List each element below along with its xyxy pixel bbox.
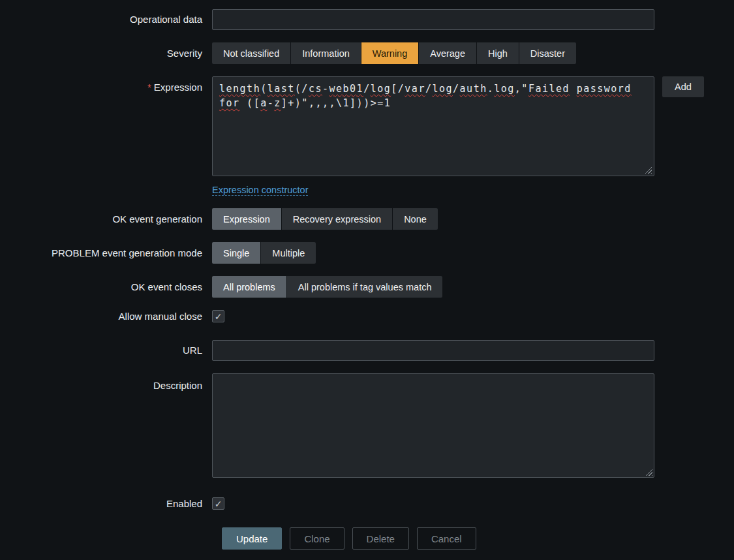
severity-option-disaster[interactable]: Disaster: [519, 42, 576, 64]
severity-option-high[interactable]: High: [477, 42, 519, 64]
expression-row: *Expression length(last(/cs-web01/log[/v…: [0, 76, 734, 196]
severity-option-not-classified[interactable]: Not classified: [212, 42, 291, 64]
resize-handle-icon[interactable]: [643, 165, 652, 174]
severity-label: Severity: [0, 42, 212, 64]
url-row: URL: [0, 340, 734, 361]
enabled-label: Enabled: [0, 497, 212, 510]
problem-event-mode-label: PROBLEM event generation mode: [0, 242, 212, 264]
allow-manual-close-checkbox[interactable]: ✓: [212, 310, 224, 322]
operational-data-label: Operational data: [0, 9, 212, 30]
severity-option-average[interactable]: Average: [419, 42, 477, 64]
checkmark-icon: ✓: [215, 499, 222, 508]
update-button[interactable]: Update: [222, 527, 282, 550]
enabled-row: Enabled ✓: [0, 497, 734, 510]
description-input[interactable]: [212, 373, 654, 478]
description-label: Description: [0, 373, 212, 480]
expression-add-button[interactable]: Add: [662, 76, 704, 97]
url-label: URL: [0, 340, 212, 361]
ok-event-closes-segmented-control: All problems All problems if tag values …: [212, 276, 442, 298]
expression-input[interactable]: length(last(/cs-web01/log[/var/log/auth.…: [212, 76, 654, 176]
problem-event-mode-option-multiple[interactable]: Multiple: [261, 242, 316, 264]
ok-event-closes-option-all-problems[interactable]: All problems: [212, 276, 287, 298]
clone-button[interactable]: Clone: [290, 527, 344, 550]
severity-option-warning[interactable]: Warning: [361, 42, 419, 64]
ok-event-closes-option-all-problems-if-tag-values-match[interactable]: All problems if tag values match: [287, 276, 443, 298]
ok-event-generation-option-expression[interactable]: Expression: [212, 208, 282, 230]
allow-manual-close-row: Allow manual close ✓: [0, 310, 734, 323]
severity-segmented-control: Not classified Information Warning Avera…: [212, 42, 576, 64]
operational-data-input[interactable]: [212, 9, 654, 30]
ok-event-generation-row: OK event generation Expression Recovery …: [0, 208, 734, 230]
operational-data-row: Operational data: [0, 9, 734, 30]
problem-event-mode-row: PROBLEM event generation mode Single Mul…: [0, 242, 734, 264]
ok-event-generation-option-recovery-expression[interactable]: Recovery expression: [282, 208, 393, 230]
cancel-button[interactable]: Cancel: [417, 527, 476, 550]
expression-label-text: Expression: [154, 82, 202, 93]
checkmark-icon: ✓: [215, 312, 222, 321]
required-marker: *: [147, 82, 151, 93]
expression-text: length(last(/cs-web01/log[/var/log/auth.…: [219, 82, 647, 110]
ok-event-generation-label: OK event generation: [0, 208, 212, 230]
trigger-config-form: Operational data Severity Not classified…: [0, 9, 734, 550]
ok-event-generation-segmented-control: Expression Recovery expression None: [212, 208, 438, 230]
severity-row: Severity Not classified Information Warn…: [0, 42, 734, 64]
form-actions: Update Clone Delete Cancel: [222, 527, 734, 550]
allow-manual-close-label: Allow manual close: [0, 310, 212, 323]
expression-constructor-link[interactable]: Expression constructor: [212, 185, 308, 196]
problem-event-mode-option-single[interactable]: Single: [212, 242, 261, 264]
severity-option-information[interactable]: Information: [291, 42, 361, 64]
enabled-checkbox[interactable]: ✓: [212, 497, 224, 510]
ok-event-generation-option-none[interactable]: None: [393, 208, 438, 230]
problem-event-mode-segmented-control: Single Multiple: [212, 242, 316, 264]
delete-button[interactable]: Delete: [352, 527, 409, 550]
ok-event-closes-row: OK event closes All problems All problem…: [0, 276, 734, 298]
url-input[interactable]: [212, 340, 654, 361]
ok-event-closes-label: OK event closes: [0, 276, 212, 298]
expression-label: *Expression: [0, 76, 212, 196]
description-row: Description: [0, 373, 734, 480]
